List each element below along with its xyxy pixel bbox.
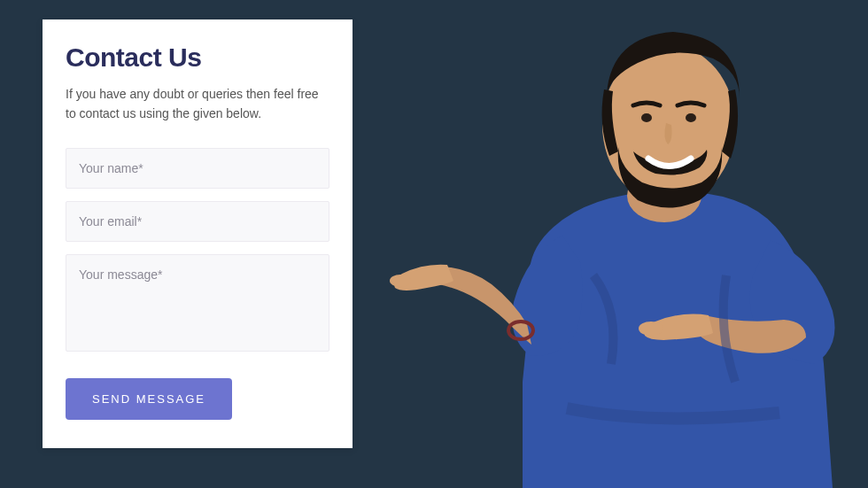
contact-card: Contact Us If you have any doubt or quer… — [43, 19, 353, 448]
svg-point-3 — [686, 113, 696, 122]
card-title: Contact Us — [66, 43, 329, 73]
person-pointing-illustration — [390, 10, 868, 488]
card-subtitle: If you have any doubt or queries then fe… — [66, 85, 329, 123]
message-textarea[interactable] — [66, 254, 329, 352]
email-input[interactable] — [66, 201, 329, 242]
svg-point-6 — [390, 275, 411, 287]
send-message-button[interactable]: SEND MESSAGE — [66, 378, 232, 420]
name-input[interactable] — [66, 148, 329, 189]
svg-point-2 — [641, 113, 652, 122]
svg-point-4 — [639, 321, 663, 336]
